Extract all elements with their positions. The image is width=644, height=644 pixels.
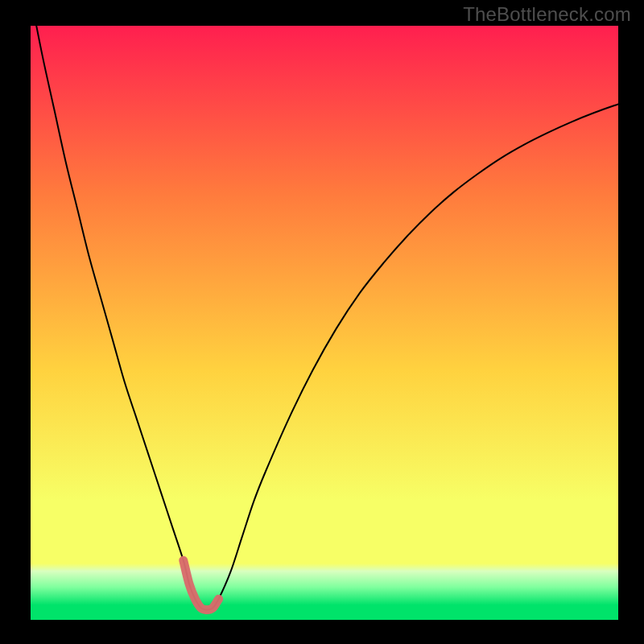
chart-background <box>31 26 618 620</box>
chart-container: TheBottleneck.com <box>0 0 644 644</box>
chart-svg <box>31 26 618 620</box>
plot-area <box>31 26 618 620</box>
watermark-label: TheBottleneck.com <box>463 3 631 26</box>
